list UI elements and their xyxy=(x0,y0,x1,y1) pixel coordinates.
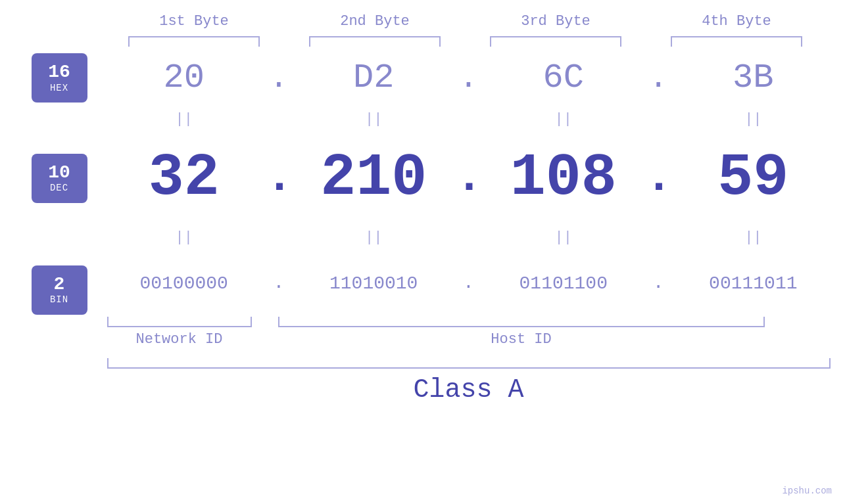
hex-badge-num: 16 xyxy=(48,62,70,83)
hex-row: 20 . D2 . 6C . 3B xyxy=(107,53,831,103)
network-id-label: Network ID xyxy=(107,331,252,348)
hex-dot3: . xyxy=(645,62,671,94)
byte3-header: 3rd Byte xyxy=(483,13,628,30)
eq2-b2: || xyxy=(301,229,446,246)
watermark: ipshu.com xyxy=(782,486,832,496)
equals-row-1: || || || || xyxy=(107,103,831,135)
hex-dot1: . xyxy=(266,62,292,94)
bracket-top-2 xyxy=(309,36,441,47)
dec-b1: 32 xyxy=(112,145,256,212)
bin-dot1: . xyxy=(266,274,292,292)
values-grid: 20 . D2 . 6C . 3B || || xyxy=(107,53,831,405)
dec-badge-num: 10 xyxy=(48,163,70,183)
dec-dot1: . xyxy=(266,155,292,201)
bin-b4: 00111011 xyxy=(681,273,825,294)
hex-badge: 16 HEX xyxy=(32,53,87,103)
host-bracket xyxy=(278,317,765,327)
dec-b4: 59 xyxy=(681,145,825,212)
bracket-top-1 xyxy=(128,36,260,47)
hex-badge-row: 16 HEX xyxy=(32,60,87,109)
byte4-header: 4th Byte xyxy=(664,13,809,30)
eq1-b2: || xyxy=(301,111,446,127)
top-brackets xyxy=(104,36,827,47)
bin-b2: 11010010 xyxy=(301,273,446,294)
eq2-b4: || xyxy=(681,229,825,246)
dec-badge: 10 DEC xyxy=(32,154,87,203)
bin-badge-num: 2 xyxy=(54,275,65,295)
bin-b3: 01101100 xyxy=(491,273,636,294)
main-container: 1st Byte 2nd Byte 3rd Byte 4th Byte 16 H… xyxy=(0,0,845,504)
bin-badge: 2 BIN xyxy=(32,265,87,315)
id-labels: Network ID Host ID xyxy=(107,331,831,348)
bin-badge-label: BIN xyxy=(50,294,68,305)
bottom-brackets xyxy=(107,317,831,327)
dec-dot2: . xyxy=(455,155,481,201)
byte1-header: 1st Byte xyxy=(122,13,266,30)
bin-row: 00100000 . 11010010 . 01101100 . 0011101… xyxy=(107,254,831,313)
bracket-top-4 xyxy=(671,36,802,47)
bin-dot2: . xyxy=(455,274,481,292)
badges-column: 16 HEX 10 DEC 2 BIN xyxy=(32,60,87,405)
hex-b3: 6C xyxy=(491,58,636,97)
class-bracket xyxy=(107,358,831,369)
eq1-b3: || xyxy=(491,111,636,127)
byte-headers: 1st Byte 2nd Byte 3rd Byte 4th Byte xyxy=(104,13,827,30)
dec-dot3: . xyxy=(645,155,671,201)
dec-b3: 108 xyxy=(491,145,636,212)
dec-badge-label: DEC xyxy=(50,183,68,193)
eq1-b1: || xyxy=(112,111,256,127)
dec-badge-row: 10 DEC xyxy=(32,142,87,227)
hex-b4: 3B xyxy=(681,58,825,97)
hex-b1: 20 xyxy=(112,58,256,97)
bracket-top-3 xyxy=(490,36,621,47)
bin-b1: 00100000 xyxy=(112,273,256,294)
hex-b2: D2 xyxy=(301,58,446,97)
eq2-b3: || xyxy=(491,229,636,246)
dec-row: 32 . 210 . 108 . 59 xyxy=(107,135,831,221)
eq1-b4: || xyxy=(681,111,825,127)
class-label: Class A xyxy=(107,375,831,405)
byte2-header: 2nd Byte xyxy=(302,13,447,30)
host-id-label: Host ID xyxy=(278,331,765,348)
equals-row-2: || || || || xyxy=(107,221,831,254)
network-bracket xyxy=(107,317,252,327)
bin-dot3: . xyxy=(645,274,671,292)
eq2-b1: || xyxy=(112,229,256,246)
hex-badge-label: HEX xyxy=(50,83,68,93)
hex-dot2: . xyxy=(455,62,481,94)
bin-badge-row: 2 BIN xyxy=(32,260,87,332)
dec-b2: 210 xyxy=(301,145,446,212)
class-section: Class A xyxy=(107,358,831,405)
